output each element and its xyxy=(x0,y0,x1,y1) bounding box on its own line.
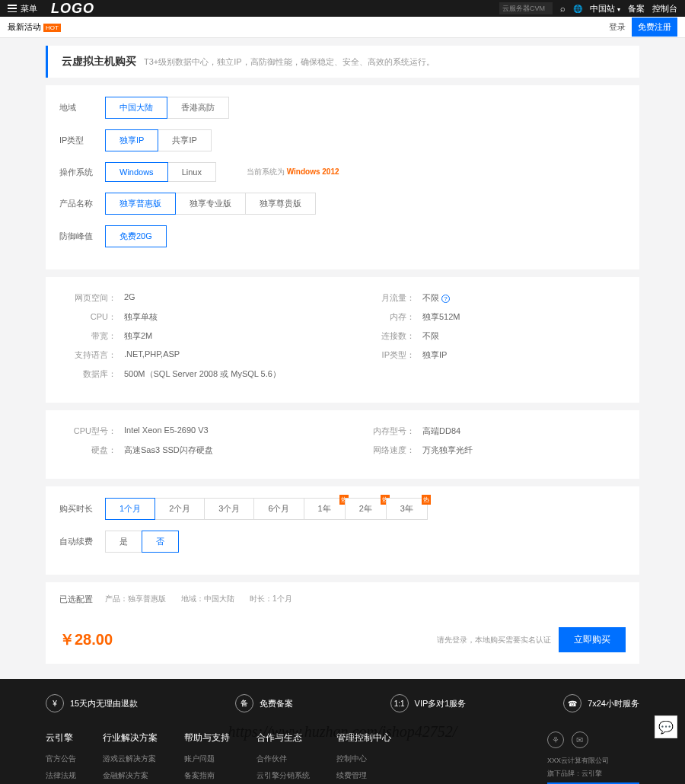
spec-item: 支持语言：.NET,PHP,ASP xyxy=(59,349,327,361)
logo[interactable]: LOGO xyxy=(51,1,94,17)
hw-item: CPU型号：Intel Xeon E5-2690 V3 xyxy=(59,425,327,437)
register-button[interactable]: 免费注册 xyxy=(632,18,677,37)
summary-panel: 已选配置 产品：独享普惠版 地域：中国大陆 时长：1个月 ￥28.00 请先登录… xyxy=(46,582,639,664)
config-summary: 产品：独享普惠版 地域：中国大陆 时长：1个月 xyxy=(105,594,292,604)
globe-icon: 🌐 xyxy=(573,5,582,13)
console-link[interactable]: 控制台 xyxy=(652,3,677,14)
footer-link[interactable]: 官方公告 xyxy=(46,754,76,764)
footer-col: 合作与生态合作伙伴云引擎分销系统业界动态联系我们服务市场 xyxy=(256,731,310,784)
duration-opt[interactable]: 3个月 xyxy=(204,498,254,520)
latest-activity-link[interactable]: 最新活动HOT xyxy=(8,21,61,33)
weibo-icon[interactable]: ⚘ xyxy=(547,731,564,748)
footer-col: 云引擎官方公告法律法规服务协议隐私声明关于我们 xyxy=(46,731,76,784)
footer-link[interactable]: 金融解决方案 xyxy=(103,770,158,781)
ip-opt-dedicated[interactable]: 独享IP xyxy=(105,129,158,151)
menu-label: 菜单 xyxy=(21,3,37,14)
os-opt-windows[interactable]: Windows xyxy=(105,162,168,182)
hardware-panel: CPU型号：Intel Xeon E5-2690 V3硬盘：高速Sas3 SSD… xyxy=(46,410,639,479)
badge-icon: 备 xyxy=(235,694,253,712)
location-opt-hk[interactable]: 香港高防 xyxy=(167,97,229,119)
region-selector[interactable]: 中国站 ▾ xyxy=(590,3,620,14)
mail-icon[interactable]: ✉ xyxy=(572,731,588,748)
product-opt-basic[interactable]: 独享普惠版 xyxy=(105,193,176,215)
subbar: 最新活动HOT 登录 免费注册 xyxy=(0,17,685,38)
help-icon[interactable]: ? xyxy=(441,295,450,303)
footer-link[interactable]: 备案指南 xyxy=(184,770,230,781)
config-panel: 地域 中国大陆 香港高防 IP类型 独享IP 共享IP 操作系统 Windows… xyxy=(46,85,639,269)
brand-info: 旗下品牌：云引擎 xyxy=(547,769,639,779)
footer-col: 帮助与支持账户问题备案指南常见问题网站备案工单服务 xyxy=(184,731,230,784)
hot-badge: HOT xyxy=(43,24,61,32)
search-input[interactable]: 云服务器CVM xyxy=(499,2,553,14)
footer-link[interactable]: 法律法规 xyxy=(46,770,76,781)
spec-item: 月流量：不限? xyxy=(358,292,626,304)
menu-button[interactable]: 菜单 xyxy=(8,3,37,14)
footer-col-title: 帮助与支持 xyxy=(184,731,230,744)
page-subtitle: T3+级别数据中心，独立IP，高防御性能，确保稳定、安全、高效的系统运行。 xyxy=(144,56,435,68)
beian-link[interactable]: 备案 xyxy=(628,3,645,14)
duration-opt[interactable]: 2个月 xyxy=(155,498,205,520)
footer-col-title: 合作与生态 xyxy=(256,731,310,744)
footer-badge: ¥15天内无理由退款 xyxy=(46,694,138,712)
product-label: 产品名称 xyxy=(59,198,105,209)
os-note: 当前系统为 Windows 2012 xyxy=(247,167,339,177)
os-opt-linux[interactable]: Linux xyxy=(167,162,216,182)
footer-link[interactable]: 合作伙伴 xyxy=(256,754,310,764)
search-icon[interactable]: ⌕ xyxy=(560,4,566,13)
footer-col: 行业解决方案游戏云解决方案金融解决方案电商解决方案网站解决方案移动云解决方案 xyxy=(103,731,158,784)
topbar: 菜单 LOGO 云服务器CVM ⌕ 🌐 中国站 ▾ 备案 控制台 xyxy=(0,0,685,17)
spec-item: 内存：独享512M xyxy=(358,311,626,323)
hw-item: 内存型号：高端DD84 xyxy=(358,425,626,437)
login-link[interactable]: 登录 xyxy=(609,21,626,33)
defense-label: 防御峰值 xyxy=(59,231,105,242)
duration-opt[interactable]: 1年 xyxy=(304,498,346,520)
renew-yes[interactable]: 是 xyxy=(105,531,142,553)
renew-label: 自动续费 xyxy=(59,536,105,547)
ip-opt-shared[interactable]: 共享IP xyxy=(158,129,211,151)
footer-badge: ☎7x24小时服务 xyxy=(563,694,639,712)
footer-link[interactable]: 控制中心 xyxy=(336,754,391,764)
product-opt-pro[interactable]: 独享专业版 xyxy=(175,193,246,215)
spec-item: 网页空间：2G xyxy=(59,292,327,304)
footer-link[interactable]: 账户问题 xyxy=(184,754,230,764)
duration-opt[interactable]: 6个月 xyxy=(253,498,304,520)
spec-item: 连接数：不限 xyxy=(358,330,626,342)
footer-col-title: 云引擎 xyxy=(46,731,76,744)
footer-badge: 备免费备案 xyxy=(235,694,293,712)
price: ￥28.00 xyxy=(59,629,113,650)
footer: ¥15天内无理由退款备免费备案1:1VIP多对1服务☎7x24小时服务 云引擎官… xyxy=(0,679,685,784)
badge-icon: ¥ xyxy=(46,694,64,712)
footer-link[interactable]: 续费管理 xyxy=(336,770,391,781)
badge-icon: ☎ xyxy=(563,694,581,712)
duration-label: 购买时长 xyxy=(59,503,105,515)
badge-icon: 1:1 xyxy=(390,694,409,712)
chat-widget[interactable]: 💬 xyxy=(655,715,677,738)
duration-opt[interactable]: 1个月 xyxy=(105,498,155,520)
price-note: 请先登录，本地购买需要实名认证 xyxy=(437,635,551,645)
ip-label: IP类型 xyxy=(59,135,105,146)
company-name: XXX云计算有限公司 xyxy=(547,756,639,766)
footer-contact: ⚘ ✉ XXX云计算有限公司 旗下品牌：云引擎 服务热线：400-444-123… xyxy=(547,731,639,784)
spec-item: CPU：独享单核 xyxy=(59,311,327,323)
footer-col: 管理控制中心控制中心续费管理订单管理财务管理账户管理 xyxy=(336,731,391,784)
buy-button[interactable]: 立即购买 xyxy=(559,627,626,652)
product-opt-premium[interactable]: 独享尊贵版 xyxy=(245,193,316,215)
footer-link[interactable]: 游戏云解决方案 xyxy=(103,754,158,764)
duration-opt[interactable]: 2年 xyxy=(345,498,387,520)
specs-panel: 网页空间：2GCPU：独享单核带宽：独享2M支持语言：.NET,PHP,ASP数… xyxy=(46,277,639,403)
footer-link[interactable]: 云引擎分销系统 xyxy=(256,770,310,781)
hamburger-icon xyxy=(8,5,17,12)
defense-opt-free20g[interactable]: 免费20G xyxy=(105,225,167,247)
footer-col-title: 管理控制中心 xyxy=(336,731,391,744)
page-title-block: 云虚拟主机购买 T3+级别数据中心，独立IP，高防御性能，确保稳定、安全、高效的… xyxy=(46,46,639,78)
page-title: 云虚拟主机购买 xyxy=(62,55,136,69)
os-label: 操作系统 xyxy=(59,167,105,178)
spec-item: 数据库：500M（SQL Server 2008 或 MySQL 5.6） xyxy=(59,368,327,380)
chevron-down-icon: ▾ xyxy=(617,6,620,13)
location-opt-mainland[interactable]: 中国大陆 xyxy=(105,97,167,119)
spec-item: 带宽：独享2M xyxy=(59,330,327,342)
hw-item: 硬盘：高速Sas3 SSD闪存硬盘 xyxy=(59,445,327,456)
duration-opt[interactable]: 3年 xyxy=(386,498,428,520)
renew-no[interactable]: 否 xyxy=(142,531,179,553)
footer-badge: 1:1VIP多对1服务 xyxy=(390,694,467,712)
